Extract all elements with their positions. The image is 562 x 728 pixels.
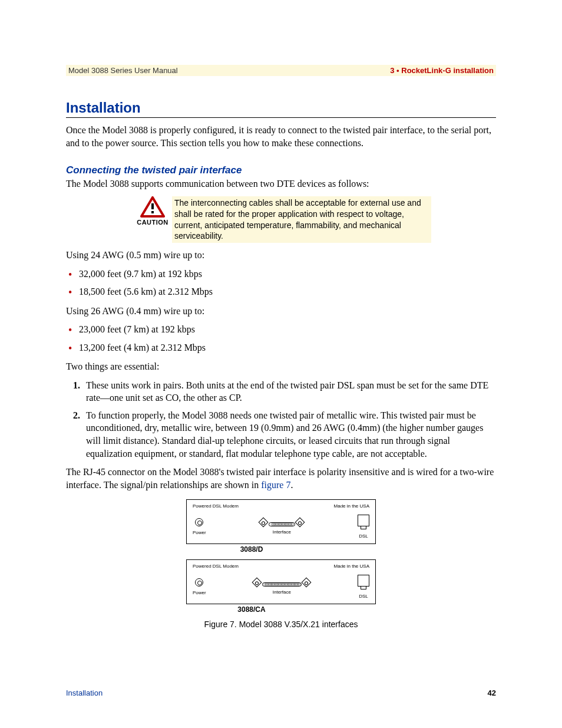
svg-rect-1 [151, 203, 154, 209]
list-item: These units work in pairs. Both units at… [82, 379, 496, 404]
db-connector-icon: ○○○○○○○○○○○○○○○○○○○○○○○○○ [262, 582, 302, 587]
list-item: To function properly, the Model 3088 nee… [82, 409, 496, 460]
screw-icon [302, 578, 312, 588]
subintro-paragraph: The Model 3088 supports communication be… [66, 177, 496, 190]
wire26-intro: Using 26 AWG (0.4 mm) wire up to: [66, 305, 496, 318]
wire24-list: 32,000 feet (9.7 km) at 192 kbps 18,500 … [66, 268, 496, 299]
device-top-right: Made in the USA [334, 503, 369, 509]
rj45-paragraph: The RJ-45 connector on the Model 3088's … [66, 466, 496, 491]
page-footer: Installation 42 [66, 689, 496, 697]
device-top-left: Powered DSL Modem [193, 503, 239, 509]
header-chapter-title: 3 • RocketLink-G installation [390, 66, 494, 75]
page-number: 42 [488, 689, 496, 697]
section-heading-installation: Installation [66, 100, 496, 118]
device-model-label-a: 3088/D [7, 545, 496, 554]
screw-icon [259, 518, 269, 528]
essentials-list: These units work in pairs. Both units at… [66, 379, 496, 460]
list-item: 18,500 feet (5.6 km) at 2.312 Mbps [79, 285, 496, 298]
device-model-label-b: 3088/CA [7, 605, 496, 614]
caution-block: CAUTION The interconnecting cables shall… [137, 196, 431, 243]
essentials-intro: Two things are essential: [66, 360, 496, 373]
dsl-label: DSL [358, 594, 369, 599]
rj45-icon [358, 575, 369, 587]
interface-label: Interface [211, 589, 353, 595]
svg-rect-2 [151, 211, 154, 213]
caution-text: The interconnecting cables shall be acce… [172, 196, 431, 243]
device-3088ca: Powered DSL Modem Made in the USA Power … [186, 559, 376, 604]
rj45-icon [358, 515, 369, 526]
screw-icon [295, 518, 305, 528]
power-port-icon [195, 578, 203, 587]
power-label: Power [193, 590, 206, 595]
figure-reference[interactable]: figure 7 [261, 480, 290, 490]
figure-block: Powered DSL Modem Made in the USA Power … [66, 499, 496, 629]
wire24-intro: Using 24 AWG (0.5 mm) wire up to: [66, 249, 496, 262]
device-top-right: Made in the USA [334, 564, 369, 569]
dsl-label: DSL [358, 533, 369, 539]
list-item: 32,000 feet (9.7 km) at 192 kbps [79, 268, 496, 281]
footer-section-name: Installation [66, 689, 103, 697]
page: Model 3088 Series User Manual 3 • Rocket… [0, 0, 562, 728]
power-label: Power [193, 530, 206, 535]
wire26-list: 23,000 feet (7 km) at 192 kbps 13,200 fe… [66, 323, 496, 354]
intro-paragraph: Once the Model 3088 is properly configur… [66, 124, 496, 149]
device-3088d: Powered DSL Modem Made in the USA Power … [186, 499, 376, 544]
db-connector-icon: ○○○○○○○○○○○○○○○ [269, 522, 296, 526]
interface-label: Interface [211, 529, 353, 535]
caution-label: CAUTION [137, 219, 168, 226]
list-item: 13,200 feet (4 km) at 2.312 Mbps [79, 341, 496, 354]
header-manual-title: Model 3088 Series User Manual [68, 66, 178, 75]
power-port-icon [195, 518, 203, 526]
subsection-heading-connecting: Connecting the twisted pair interface [66, 164, 496, 176]
page-header: Model 3088 Series User Manual 3 • Rocket… [66, 65, 496, 76]
screw-icon [252, 578, 262, 588]
device-top-left: Powered DSL Modem [193, 564, 239, 569]
caution-icon: CAUTION [137, 196, 168, 226]
rj45-text-b: . [290, 480, 293, 490]
figure-caption: Figure 7. Model 3088 V.35/X.21 interface… [66, 620, 496, 629]
list-item: 23,000 feet (7 km) at 192 kbps [79, 323, 496, 336]
